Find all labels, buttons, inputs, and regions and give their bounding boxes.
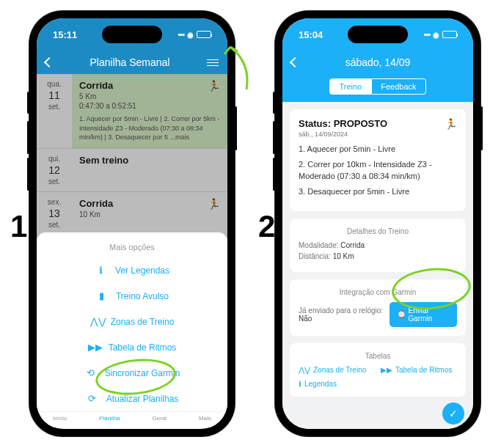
tab-mais[interactable]: Mais (199, 415, 211, 422)
link-label: Zonas de Treino (313, 366, 366, 374)
signal-icon (178, 30, 184, 39)
dynamic-island (102, 26, 162, 43)
watch-icon: ⌚ (397, 310, 406, 318)
link-label: Legendas (304, 380, 337, 388)
garmin-card: Integração com Garmin Já enviado para o … (290, 279, 466, 336)
signal-icon (423, 30, 430, 39)
tab-planilha[interactable]: Planilha (99, 415, 120, 422)
sheet-item-zonas[interactable]: ⋀⋁ Zonas de Treino (37, 309, 227, 334)
link-legendas[interactable]: ℹ Legendas (299, 380, 375, 388)
phone-frame-1: 15:11 Planilha Semanal qua. 11 set. 🏃 (29, 11, 235, 436)
workout-step: 1. Aquecer por 5min - Livre (299, 144, 457, 155)
check-icon: ✓ (449, 408, 458, 419)
sheet-item-label: Zonas de Treino (111, 317, 175, 327)
workout-icon: ▮ (95, 290, 109, 301)
detail-value: Corrida (340, 241, 365, 249)
step-number-2: 2 (258, 209, 275, 244)
run-icon: 🏃 (445, 118, 457, 130)
tab-inicio[interactable]: Início (53, 415, 67, 422)
sheet-item-ritmos[interactable]: ▶▶ Tabela de Ritmos (37, 334, 227, 360)
battery-icon (442, 31, 457, 38)
sheet-title: Mais opções (37, 240, 227, 257)
status-card: 🏃 Status: PROPOSTO sáb., 14/09/2024 1. A… (290, 109, 466, 211)
link-zonas[interactable]: ⋀⋁ Zonas de Treino (299, 366, 375, 374)
app-header: sábado, 14/09 (282, 51, 473, 74)
pace-icon: ▶▶ (381, 366, 392, 374)
garmin-sent-label: Já enviado para o relógio: (299, 306, 383, 315)
pace-icon: ▶▶ (88, 342, 101, 353)
enviar-garmin-button[interactable]: ⌚ Enviar Garmin (390, 302, 457, 327)
page-title: Planilha Semanal (53, 56, 207, 68)
sheet-item-legendas[interactable]: ℹ Ver Legendas (37, 257, 227, 283)
info-icon: ℹ (95, 265, 108, 276)
detail-label: Modalidade: (299, 241, 340, 249)
battery-icon (197, 31, 211, 38)
section-title: Tabelas (299, 352, 457, 360)
dynamic-island (348, 26, 408, 43)
sheet-item-label: Sincronizar Garmin (105, 368, 180, 378)
sync-icon: ⟲ (84, 367, 98, 378)
step-number-1: 1 (10, 209, 27, 244)
details-card: Detalhes do Treino Modalidade: Corrida D… (290, 219, 466, 272)
status-time: 15:11 (53, 29, 77, 40)
menu-icon[interactable] (207, 59, 219, 66)
fab-confirm[interactable]: ✓ (442, 403, 464, 425)
annotation-arrow (220, 41, 252, 92)
status-time: 15:04 (299, 29, 323, 40)
info-icon: ℹ (299, 380, 301, 388)
sheet-item-label: Treino Avulso (116, 291, 169, 301)
refresh-icon: ⟳ (86, 393, 99, 404)
segment-control: Treino Feedback (282, 74, 473, 102)
workout-step: 2. Correr por 10km - Intensidade Z3 - Mo… (299, 159, 457, 182)
zones-icon: ⋀⋁ (90, 316, 103, 327)
sheet-item-atualizar[interactable]: ⟳ Atualizar Planilhas (37, 386, 227, 411)
link-ritmos[interactable]: ▶▶ Tabela de Ritmos (381, 366, 457, 374)
wifi-icon (433, 30, 439, 39)
section-title: Detalhes do Treino (299, 227, 457, 235)
zones-icon: ⋀⋁ (299, 366, 310, 374)
sheet-item-label: Ver Legendas (115, 265, 169, 276)
action-sheet: Mais opções ℹ Ver Legendas ▮ Treino Avul… (37, 232, 227, 427)
sheet-item-label: Tabela de Ritmos (109, 342, 177, 353)
tables-card: Tabelas ⋀⋁ Zonas de Treino ▶▶ Tabela de … (290, 343, 466, 397)
button-label: Enviar Garmin (409, 306, 450, 323)
status-date: sáb., 14/09/2024 (299, 131, 457, 138)
workout-step: 3. Desaquecer por 5min - Livre (299, 186, 457, 197)
sheet-item-sincronizar-garmin[interactable]: ⟲ Sincronizar Garmin (37, 360, 227, 386)
phone-frame-2: 15:04 sábado, 14/09 Treino Feedback 🏃 St… (275, 11, 480, 436)
segment-feedback[interactable]: Feedback (371, 78, 425, 95)
link-label: Tabela de Ritmos (395, 366, 452, 374)
sheet-item-label: Atualizar Planilhas (106, 394, 179, 404)
detail-label: Distância: (299, 252, 333, 260)
section-title: Integração com Garmin (299, 288, 457, 296)
tab-bar: Início Planilha Geral Mais (37, 411, 227, 423)
sheet-item-avulso[interactable]: ▮ Treino Avulso (37, 283, 227, 309)
segment-treino[interactable]: Treino (329, 78, 371, 95)
page-title: sábado, 14/09 (299, 56, 457, 68)
status-title: Status: PROPOSTO (299, 118, 457, 129)
garmin-sent-value: Não (299, 315, 312, 323)
detail-value: 10 Km (333, 252, 354, 260)
app-header: Planilha Semanal (37, 51, 227, 74)
tab-geral[interactable]: Geral (153, 415, 167, 422)
wifi-icon (187, 30, 194, 39)
